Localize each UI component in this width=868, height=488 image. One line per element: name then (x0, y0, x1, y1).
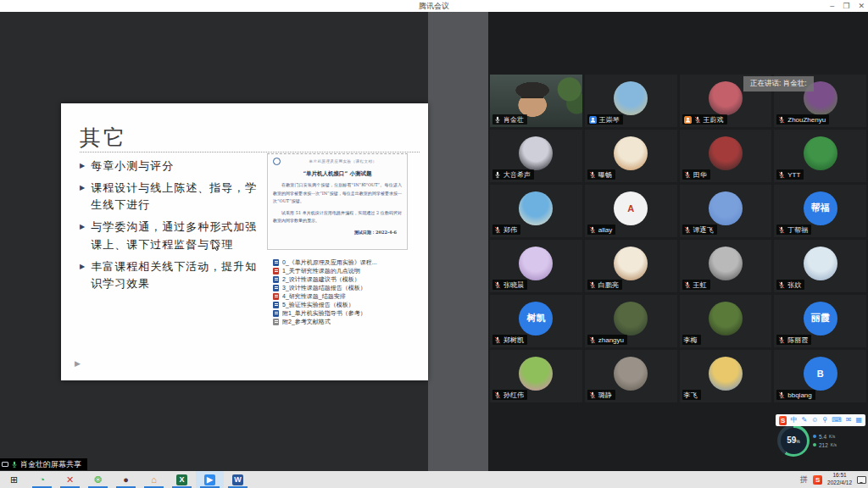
role-badge-icon (589, 116, 597, 124)
slide-play-icon: ▶ (75, 359, 81, 368)
green-messenger-icon[interactable]: ❂ (84, 471, 112, 488)
participant-tile[interactable]: 谭逐飞 (680, 185, 772, 237)
participant-avatar (519, 191, 553, 225)
red-x-app-icon[interactable]: ✕ (56, 471, 84, 488)
home-app-icon[interactable]: ⌂ (140, 471, 168, 488)
participant-name: 曝畅 (598, 170, 612, 180)
sogou-tray-icon[interactable]: S (813, 475, 822, 485)
start-button[interactable]: ⊞ (0, 471, 28, 488)
toolbox-icon[interactable]: ▦ (855, 417, 862, 424)
participant-tile[interactable]: 张晓晨 (490, 240, 582, 292)
handwriting-icon[interactable]: ✎ (801, 417, 807, 424)
participant-tile[interactable]: 肖金壮 (490, 75, 582, 127)
participant-name: 陈丽霞 (787, 336, 808, 345)
dark-circle-app-icon[interactable]: ● (112, 471, 140, 488)
ime-indicator[interactable]: 拼 (800, 474, 808, 485)
mic-muted-icon (694, 116, 701, 124)
participant-avatar (709, 136, 743, 170)
notification-center-icon[interactable] (857, 476, 866, 484)
participant-namebar: 璐静 (587, 390, 615, 400)
participant-tile[interactable]: 王崇琴 (585, 75, 677, 127)
bullet-marker-icon: ▶ (80, 219, 85, 252)
participant-name: 肖金壮 (504, 115, 524, 125)
participant-tile[interactable]: 李梅 (680, 295, 772, 347)
participant-namebar: ZhouZhenyu (776, 114, 829, 125)
participant-tile[interactable]: 田华 (680, 130, 772, 182)
participant-tile[interactable]: 白鹏亮 (585, 240, 677, 292)
participant-tile[interactable]: 璐静 (585, 350, 677, 402)
participant-avatar (614, 247, 648, 280)
participant-tile[interactable]: 帮福 丁帮福 (774, 185, 866, 237)
screen-share-view: 其它 ▶每章小测与评分▶课程设计与线上陈述、指导，学生线下进行▶与学委沟通，通过… (0, 12, 488, 471)
doc-logo-icon (273, 158, 281, 165)
net-monitor-widget[interactable]: 59% 5.4K/s 212K/s (777, 424, 837, 457)
role-badge-icon (684, 116, 692, 124)
close-button[interactable]: ✕ (858, 2, 865, 10)
home-app-icon-glyph: ⌂ (151, 475, 157, 485)
taskbar-clock[interactable]: 16:51 2022/4/12 (827, 472, 852, 487)
participant-tile[interactable]: 大音希声 (490, 130, 582, 182)
file-label: 4_研究性课题_结题安排 (282, 292, 346, 301)
tencent-meeting-icon[interactable]: ▶ (196, 471, 224, 488)
participant-tile[interactable]: 曝畅 (585, 130, 677, 182)
monitor-icon (2, 462, 8, 467)
participant-namebar: 张晓晨 (492, 280, 527, 290)
participant-name: 丁帮福 (787, 225, 808, 235)
participant-tile[interactable]: 张妏 (774, 240, 866, 292)
participant-name: 李飞 (684, 391, 698, 400)
participant-avatar (614, 136, 648, 170)
shared-slide: 其它 ▶每章小测与评分▶课程设计与线上陈述、指导，学生线下进行▶与学委沟通，通过… (61, 103, 428, 380)
mic-muted-icon (494, 281, 501, 289)
word-icon[interactable]: W (224, 471, 252, 488)
participant-tile[interactable]: 郑伟 (490, 185, 582, 237)
keyboard-icon[interactable]: ⌨ (832, 417, 842, 424)
file-row: 5_验证性实验报告（模板） (273, 301, 419, 309)
voice-icon[interactable]: ⚲ (822, 417, 827, 424)
participant-name: 大音希声 (504, 170, 531, 180)
doc-header: 单片机原理及应用实验（课程文档） (284, 159, 402, 164)
usage-ball[interactable]: 59% (777, 424, 810, 457)
dark-circle-app-icon-glyph: ● (123, 475, 129, 485)
bullet-marker-icon: ▶ (80, 180, 85, 214)
participant-avatar (519, 136, 553, 170)
emoji-icon[interactable]: ☺ (811, 417, 818, 424)
excel-icon[interactable]: X (168, 471, 196, 488)
participant-namebar: 王崇琴 (587, 114, 623, 125)
participant-namebar: 陈丽霞 (776, 335, 811, 345)
participant-avatar (804, 136, 837, 170)
slide-bullet: ▶每章小测与评分 (80, 158, 261, 175)
file-label: 附2_参考文献格式 (282, 318, 331, 326)
participant-tile[interactable]: YTT (774, 130, 866, 182)
participant-namebar: 曝畅 (587, 169, 615, 180)
sogou-ime-toolbar[interactable]: S 中✎☺⚲⌨✉▦ (776, 414, 865, 426)
minimize-button[interactable]: – (830, 2, 834, 10)
participant-tile[interactable]: 孙红伟 (490, 350, 582, 402)
participant-name: YTT (787, 171, 800, 179)
participant-tile[interactable]: A allay (585, 185, 677, 237)
participant-tile[interactable]: 李飞 (680, 350, 772, 402)
participant-avatar (709, 191, 743, 225)
download-speed: 212K/s (813, 442, 837, 448)
participant-tile[interactable]: 王虹 (680, 240, 772, 292)
sogou-logo-icon[interactable]: S (779, 416, 787, 425)
mic-muted-icon (589, 336, 596, 344)
browser-360-icon[interactable]: ◔ (28, 471, 56, 488)
bullet-text: 丰富课程相关线下活动，提升知识学习效果 (91, 258, 261, 292)
participant-tile[interactable]: 树凯 郑树凯 (490, 295, 582, 347)
mic-icon (494, 171, 501, 179)
participant-tile[interactable]: B bbqiang (774, 350, 866, 402)
participant-avatar: 帮福 (804, 191, 837, 225)
participant-namebar: 白鹏亮 (587, 280, 622, 290)
now-speaking-banner: 正在讲话: 肖金壮: (743, 76, 814, 92)
restore-button[interactable]: ❐ (843, 2, 849, 10)
mic-muted-icon (778, 226, 785, 234)
participant-name: zhangyu (598, 336, 624, 344)
doc-file-icon (273, 302, 279, 308)
mail-icon[interactable]: ✉ (846, 417, 852, 424)
mic-muted-icon (778, 171, 785, 179)
shared-window-background (428, 12, 488, 471)
participant-tile[interactable]: 丽霞 陈丽霞 (774, 295, 866, 347)
ime-chinese-icon[interactable]: 中 (790, 417, 797, 424)
doc-paragraph-2: 试采用 51 单片机设计应用电路并编程，实现通过 2 位数码管对教室内同学数量的… (273, 209, 402, 225)
participant-tile[interactable]: zhangyu (585, 295, 677, 347)
